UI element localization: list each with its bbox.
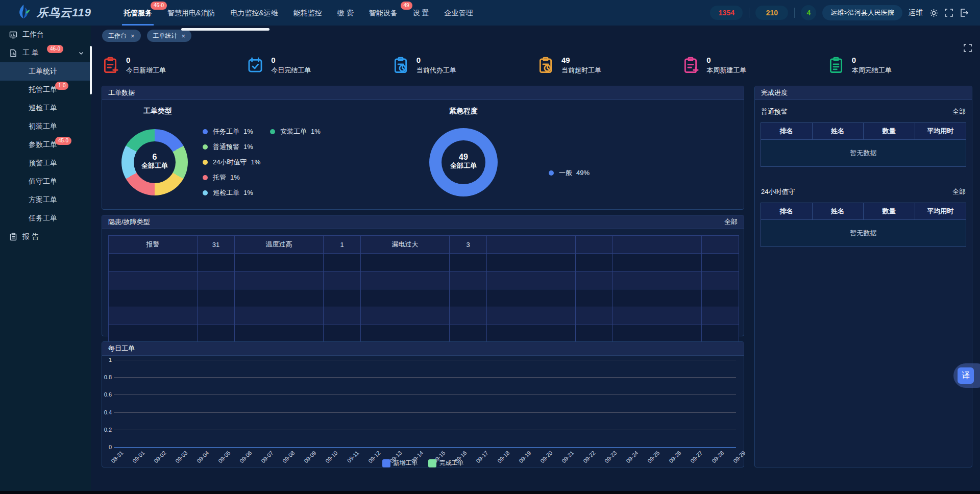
- translate-icon[interactable]: 译: [958, 367, 974, 384]
- table-cell: [613, 307, 702, 325]
- hazard-all-link[interactable]: 全部: [724, 217, 738, 227]
- progress-all-link[interactable]: 全部: [952, 107, 966, 116]
- nav-item-7[interactable]: 设 置: [405, 0, 437, 26]
- nav-item-3[interactable]: 电力监控&运维: [223, 0, 285, 26]
- stat-card-1: 0今日新增工单: [102, 51, 247, 80]
- legend-item-1[interactable]: 一般49%: [549, 168, 590, 177]
- legend-item-4[interactable]: 托管1%: [203, 173, 260, 182]
- sidebar-item-dashboard[interactable]: 工作台: [0, 26, 91, 44]
- alarm-counter-2[interactable]: 210: [755, 6, 788, 20]
- table-cell: [576, 307, 613, 325]
- x-axis-tick: 09-20: [539, 450, 553, 464]
- nav-item-8[interactable]: 企业管理: [437, 0, 481, 26]
- x-axis-tick: 09-28: [710, 450, 725, 464]
- legend-item-2[interactable]: 普通预警1%: [203, 142, 260, 151]
- tab-1[interactable]: 工作台×: [102, 30, 141, 42]
- sidebar-subitem-6[interactable]: 预警工单: [0, 154, 91, 172]
- sidebar-item-report[interactable]: 报 告: [0, 228, 91, 246]
- daily-panel-title: 每日工单: [108, 344, 135, 353]
- legend-name: 普通预警: [213, 142, 239, 152]
- sidebar-subitem-9[interactable]: 任务工单: [0, 209, 91, 228]
- table-cell: [109, 325, 198, 343]
- expand-icon[interactable]: [964, 44, 972, 54]
- tab-close-icon[interactable]: ×: [182, 33, 186, 39]
- nav-item-1[interactable]: 托管服务46-0: [116, 0, 160, 26]
- sidebar-scrollbar-thumb[interactable]: [90, 46, 92, 94]
- loading-progress-bar: [181, 28, 270, 31]
- table-cell: [198, 325, 235, 343]
- org-selector-button[interactable]: 运维>沿河县人民医院: [822, 5, 902, 20]
- tab-close-icon[interactable]: ×: [131, 33, 135, 39]
- report-icon: [9, 233, 17, 241]
- table-cell: [702, 289, 739, 307]
- table-row: [109, 289, 739, 307]
- alarm-counter-3[interactable]: 4: [801, 5, 816, 20]
- table-row: 暂无数据: [761, 140, 966, 167]
- table-cell: [450, 307, 487, 325]
- sidebar-subitem-4[interactable]: 初装工单: [0, 117, 91, 136]
- translate-widget[interactable]: 译: [953, 363, 980, 388]
- progress-table-2: 排名姓名数量平均用时暂无数据: [761, 203, 966, 247]
- daily-workorder-panel: 每日工单 10.80.60.40.2008-3109-0109-0209-030…: [102, 341, 744, 467]
- legend-item-5[interactable]: 巡检工单1%: [203, 188, 260, 197]
- fullscreen-icon[interactable]: [944, 8, 953, 17]
- x-axis-tick: 09-19: [518, 450, 532, 464]
- legend-item-6[interactable]: 安装工单1%: [270, 127, 321, 136]
- x-axis-tick: 09-29: [732, 450, 746, 464]
- nav-item-5[interactable]: 缴 费: [330, 0, 361, 26]
- table-row: [109, 307, 739, 325]
- stat-card-4: 49当前超时工单: [537, 51, 682, 80]
- table-cell: [324, 254, 361, 271]
- gear-icon[interactable]: [929, 8, 938, 17]
- stat-texts: 0本周新建工单: [706, 56, 746, 75]
- x-axis-tick: 09-24: [625, 450, 639, 464]
- stat-card-5: 0本周新建工单: [682, 51, 827, 80]
- nav-item-4[interactable]: 能耗监控: [286, 0, 330, 26]
- alarm-counter-1[interactable]: 1354: [710, 6, 743, 20]
- sidebar-subitem-1[interactable]: 工单统计: [0, 62, 91, 81]
- logo-text: 乐鸟云119: [37, 5, 91, 20]
- sidebar-subitem-label: 任务工单: [29, 214, 57, 223]
- sidebar-subitem-8[interactable]: 方案工单: [0, 191, 91, 209]
- logout-icon[interactable]: [960, 8, 969, 17]
- stat-card-3: 0当前代办工单: [392, 51, 537, 80]
- daily-legend-item-1[interactable]: 新增工单: [382, 459, 418, 467]
- table-header-row: 排名姓名数量平均用时: [761, 123, 966, 140]
- tab-2[interactable]: 工单统计×: [147, 30, 192, 42]
- table-row: [109, 254, 739, 271]
- table-header-cell: 平均用时: [915, 123, 966, 140]
- table-cell: [324, 325, 361, 343]
- table-cell: 3: [450, 236, 487, 254]
- progress-section-label: 普通预警: [761, 107, 788, 116]
- table-cell: [235, 254, 324, 271]
- sidebar-subitem-7[interactable]: 值守工单: [0, 172, 91, 191]
- table-header-cell: 姓名: [812, 123, 864, 140]
- workorder-panel-header: 工单数据: [102, 86, 744, 100]
- legend-pct: 1%: [243, 128, 253, 135]
- legend-item-3[interactable]: 24小时值守1%: [203, 158, 260, 166]
- legend-dot-icon: [203, 175, 208, 180]
- table-cell: [235, 325, 324, 343]
- table-cell: [576, 254, 613, 271]
- sidebar-subitem-5[interactable]: 参数工单45-0: [0, 136, 91, 154]
- table-cell: [576, 236, 613, 254]
- sidebar-subitem-2[interactable]: 托管工单1-0: [0, 81, 91, 99]
- table-row: [109, 271, 739, 289]
- table-cell: [487, 254, 576, 271]
- progress-section-header-2: 24小时值守全部: [761, 187, 966, 196]
- legend-item-1[interactable]: 任务工单1%: [203, 127, 260, 136]
- nav-item-6[interactable]: 智能设备49: [361, 0, 405, 26]
- nav-item-2[interactable]: 智慧用电&消防: [160, 0, 223, 26]
- legend-pct: 49%: [576, 169, 590, 177]
- sidebar-subitem-3[interactable]: 巡检工单: [0, 99, 91, 117]
- progress-all-link[interactable]: 全部: [952, 187, 966, 196]
- x-axis-tick: 09-03: [174, 450, 188, 464]
- sidebar-subitem-label: 方案工单: [29, 195, 57, 205]
- table-cell: [613, 236, 702, 254]
- daily-legend-item-2[interactable]: 完成工单: [428, 459, 464, 467]
- sidebar-item-document[interactable]: 工 单46-0: [0, 44, 91, 62]
- table-header-row: 排名姓名数量平均用时: [761, 203, 966, 220]
- hazard-panel-header: 隐患/故障类型 全部: [102, 215, 744, 229]
- table-cell: [613, 289, 702, 307]
- sidebar-item-label: 报 告: [22, 232, 39, 241]
